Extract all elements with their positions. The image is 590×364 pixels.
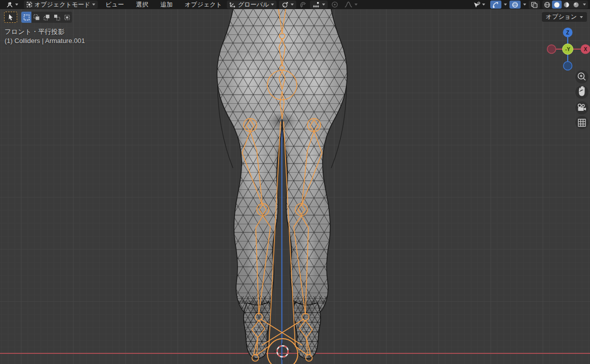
menu-view[interactable]: ビュー: [101, 0, 129, 9]
shading-wireframe-button[interactable]: [542, 1, 552, 9]
select-mode-subtract[interactable]: [42, 12, 52, 23]
chevron-down-icon: [271, 4, 274, 6]
menu-select[interactable]: 選択: [132, 0, 153, 9]
navigation-gizmo[interactable]: Z X -Y: [544, 11, 590, 72]
chevron-down-icon: [92, 4, 95, 6]
active-object-overlay: (1) Colliders | Armature.001: [5, 37, 85, 45]
zoom-button[interactable]: [575, 70, 588, 84]
gizmo-negz-ball[interactable]: [564, 62, 572, 70]
visibility-pointer-icon: [473, 2, 481, 8]
viewport-3d[interactable]: [0, 0, 590, 364]
gizmo-negx-ball[interactable]: [547, 45, 556, 54]
gizmo-y-label: -Y: [565, 47, 570, 52]
select-mode-new[interactable]: [21, 12, 31, 23]
chevron-down-icon: [322, 4, 325, 6]
falloff-curve-icon: [344, 2, 352, 8]
transform-axes-icon: [229, 2, 236, 8]
proportional-circle-icon: [331, 1, 338, 8]
snap-toggle-button[interactable]: [299, 1, 307, 9]
tool-settings-row: [4, 12, 72, 23]
select-mode-group: [21, 12, 72, 23]
gizmo-icon: [492, 2, 499, 8]
mode-dropdown[interactable]: オブジェクトモード: [24, 1, 98, 9]
viewport-header: オブジェクトモード ビュー 選択 追加 オブジェクト グローバル: [0, 0, 590, 9]
chevron-down-icon: [355, 4, 358, 6]
active-tool-select-box[interactable]: [4, 12, 17, 23]
snap-target-dropdown[interactable]: [310, 1, 328, 9]
orientation-label: グローバル: [238, 1, 269, 9]
viewport-nav-buttons: [572, 69, 590, 135]
shading-mode-group: [542, 1, 588, 9]
toggle-ortho-button[interactable]: [575, 116, 588, 129]
overlays-chevron-icon[interactable]: [523, 4, 526, 6]
chevron-down-icon: [583, 4, 586, 6]
proportional-editing-button[interactable]: [330, 1, 339, 9]
pivot-point-dropdown[interactable]: [279, 1, 296, 9]
menu-add[interactable]: 追加: [156, 0, 177, 9]
solid-shading-icon: [554, 2, 560, 8]
cursor-select-icon: [8, 14, 14, 21]
gizmo-z-label: Z: [566, 30, 569, 35]
select-mode-intersect[interactable]: [62, 12, 72, 23]
material-preview-icon: [563, 2, 570, 8]
xray-icon: [531, 2, 538, 8]
wireframe-shading-icon: [544, 2, 550, 8]
editor-type-button[interactable]: [3, 1, 21, 9]
shading-dropdown[interactable]: [581, 1, 588, 9]
object-mode-icon: [26, 2, 32, 8]
chevron-down-icon: [15, 4, 18, 6]
snap-increment-icon: [312, 2, 320, 8]
mode-label: オブジェクトモード: [34, 1, 90, 9]
select-mode-extend[interactable]: [31, 12, 42, 23]
gizmo-x-label: X: [584, 47, 587, 52]
proportional-falloff-dropdown[interactable]: [342, 1, 360, 9]
gizmos-toggle[interactable]: [490, 1, 501, 9]
select-mode-invert[interactable]: [52, 12, 62, 23]
view-name-overlay: フロント・平行投影: [5, 27, 64, 36]
overlays-toggle[interactable]: [509, 1, 521, 9]
chevron-down-icon: [291, 4, 294, 6]
editor-3d-viewport-icon: [6, 2, 13, 8]
transform-orientation-dropdown[interactable]: グローバル: [227, 1, 277, 9]
xray-toggle[interactable]: [529, 1, 540, 9]
show-object-types-dropdown[interactable]: [470, 1, 488, 9]
shading-material-button[interactable]: [562, 1, 571, 9]
shading-rendered-button[interactable]: [571, 1, 581, 9]
gizmos-chevron-icon[interactable]: [504, 4, 507, 6]
shading-solid-button[interactable]: [552, 1, 562, 9]
rendered-shading-icon: [573, 2, 579, 8]
pivot-point-icon: [282, 2, 289, 8]
camera-view-button[interactable]: [575, 101, 588, 114]
magnet-icon: [300, 2, 306, 8]
blender-window: { "header": { "editor_icon": "editor-typ…: [0, 0, 590, 364]
pan-button[interactable]: [575, 86, 588, 99]
menu-object[interactable]: オブジェクト: [180, 0, 227, 9]
chevron-down-icon: [482, 4, 485, 6]
overlays-icon: [512, 2, 519, 8]
